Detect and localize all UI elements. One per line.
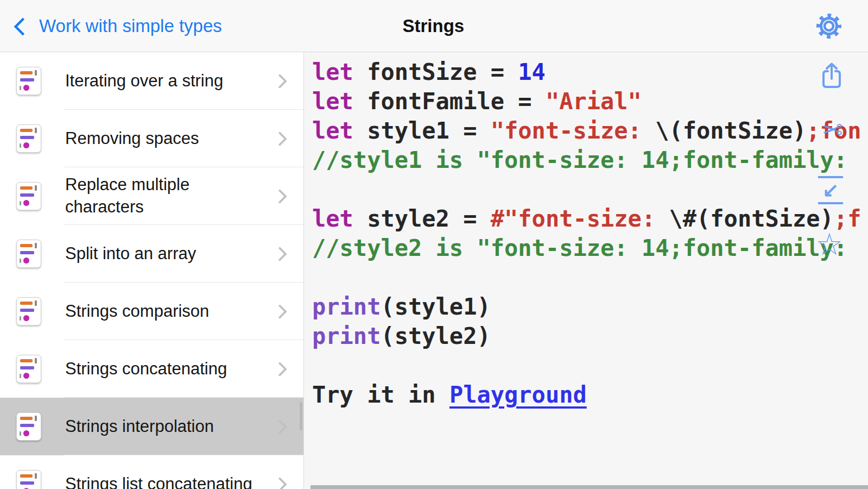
sidebar-item-label: Strings concatenating: [65, 358, 275, 380]
chevron-right-icon: [273, 304, 287, 319]
sidebar-item-label: Iterating over a string: [65, 70, 275, 92]
code-line: let fontSize = 14: [312, 58, 868, 87]
share-icon: [820, 62, 843, 90]
code-file-icon: [16, 182, 41, 210]
chevron-right-icon: [273, 477, 287, 489]
code-segment: 14: [518, 59, 546, 85]
code-line: let style1 = "font-size: \(fontSize);fon: [312, 116, 868, 146]
sidebar-item-split-into-an-array[interactable]: Split into an array: [0, 225, 303, 283]
sidebar-item-label: Strings comparison: [65, 300, 275, 323]
sidebar-item-iterating-over-a-string[interactable]: Iterating over a string: [0, 52, 303, 110]
sidebar-list: Iterating over a stringRemoving spacesRe…: [0, 52, 303, 489]
settings-button[interactable]: [814, 0, 844, 52]
chevron-right-icon: [273, 189, 287, 204]
chevron-right-icon: [273, 419, 287, 434]
sidebar-item-label: Replace multiple characters: [65, 174, 275, 218]
chevron-right-icon: [273, 362, 287, 377]
code-segment: let: [312, 117, 353, 144]
code-segment: print: [312, 293, 381, 320]
code-segment: \(fontSize): [655, 117, 806, 144]
app-window: Work with simple types Strings Iterating…: [0, 0, 868, 489]
favorite-star-icon[interactable]: ☆: [816, 229, 843, 260]
code-file-icon: [16, 355, 41, 383]
code-segment: let: [312, 59, 353, 85]
code-line: Try it in Playground: [312, 380, 868, 410]
code-line: let style2 = #"font-size: \#(fontSize);f: [312, 204, 868, 234]
code-segment: \#(fontSize): [669, 205, 833, 232]
code-line: [312, 175, 868, 204]
playground-link[interactable]: Playground: [449, 381, 587, 408]
code-segment: #"font-size:: [491, 205, 669, 232]
code-segment: //style2 is "font-size: 14;font-family:: [312, 235, 847, 261]
code-file-icon: [16, 412, 41, 441]
code-line: //style2 is "font-size: 14;font-family:: [312, 234, 868, 263]
code-segment: "Arial": [546, 88, 642, 115]
code-file-icon: [16, 240, 41, 268]
sidebar-item-strings-list-concatenating[interactable]: Strings list concatenating: [0, 455, 303, 489]
code-segment: let: [312, 205, 353, 232]
scissors-icon[interactable]: ✂: [822, 117, 843, 142]
code-segment: (style2): [381, 323, 490, 349]
code-segment: Try it in: [312, 381, 449, 408]
chevron-left-icon: [14, 17, 32, 36]
code-segment: print: [312, 323, 381, 349]
code-file-icon: [16, 67, 41, 95]
sidebar-item-strings-concatenating[interactable]: Strings concatenating: [0, 340, 303, 398]
back-button-label: Work with simple types: [39, 16, 222, 36]
code-segment: //style1 is "font-size: 14;font-family:: [312, 147, 861, 173]
sidebar-item-replace-multiple-characters[interactable]: Replace multiple characters: [0, 167, 303, 225]
code-segment: (style1): [381, 293, 490, 320]
code-file-icon: [16, 297, 41, 325]
back-button[interactable]: Work with simple types: [16, 0, 222, 52]
chevron-right-icon: [273, 74, 287, 89]
code-line: [312, 263, 868, 292]
code-line: //style1 is "font-size: 14;font-family:: [312, 146, 868, 175]
page-title: Strings: [403, 0, 465, 52]
content-split: Iterating over a stringRemoving spacesRe…: [0, 52, 868, 489]
code-segment: style2 =: [353, 205, 491, 232]
code-segment: "font-size:: [491, 117, 655, 144]
code-viewer: let fontSize = 14let fontFamile = "Arial…: [304, 52, 868, 489]
navigation-bar: Work with simple types Strings: [0, 0, 868, 52]
shrink-text-button[interactable]: ↙: [818, 176, 843, 204]
code-segment: style1 =: [353, 117, 491, 144]
sidebar-item-strings-interpolation[interactable]: Strings interpolation: [0, 398, 303, 455]
code-block: let fontSize = 14let fontFamile = "Arial…: [312, 58, 868, 410]
sidebar-item-label: Strings interpolation: [65, 416, 275, 438]
sidebar-item-label: Split into an array: [65, 243, 275, 265]
code-line: print(style1): [312, 292, 868, 322]
chevron-right-icon: [273, 131, 287, 146]
sidebar-item-label: Removing spaces: [65, 128, 275, 150]
sidebar-scrollbar[interactable]: [300, 402, 302, 430]
sidebar-item-strings-comparison[interactable]: Strings comparison: [0, 283, 303, 340]
sidebar-item-removing-spaces[interactable]: Removing spaces: [0, 110, 303, 167]
gear-icon: [814, 11, 844, 41]
code-segment: fontFamile =: [353, 88, 546, 115]
sidebar-item-label: Strings list concatenating: [65, 473, 275, 489]
chevron-right-icon: [273, 247, 287, 261]
horizontal-scrollbar[interactable]: [311, 485, 868, 489]
code-file-icon: [16, 124, 41, 153]
sidebar: Iterating over a stringRemoving spacesRe…: [0, 52, 304, 489]
share-button[interactable]: [820, 62, 843, 90]
code-file-icon: [16, 470, 41, 489]
code-segment: fontSize =: [353, 59, 518, 85]
code-segment: let: [312, 88, 353, 115]
code-line: [312, 351, 868, 380]
arrow-down-left-icon: ↙: [822, 178, 839, 202]
code-line: let fontFamile = "Arial": [312, 87, 868, 116]
code-line: print(style2): [312, 322, 868, 351]
